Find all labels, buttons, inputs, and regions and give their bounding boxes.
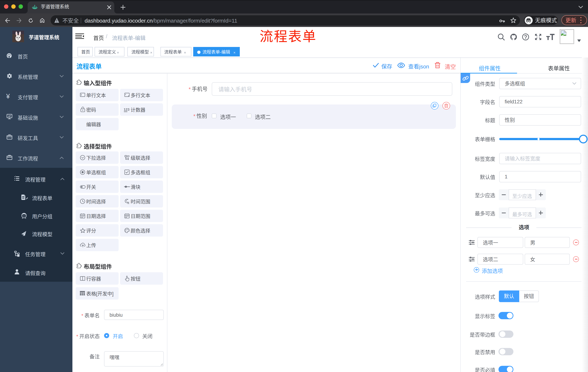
svg-text:123: 123 [124,107,129,111]
